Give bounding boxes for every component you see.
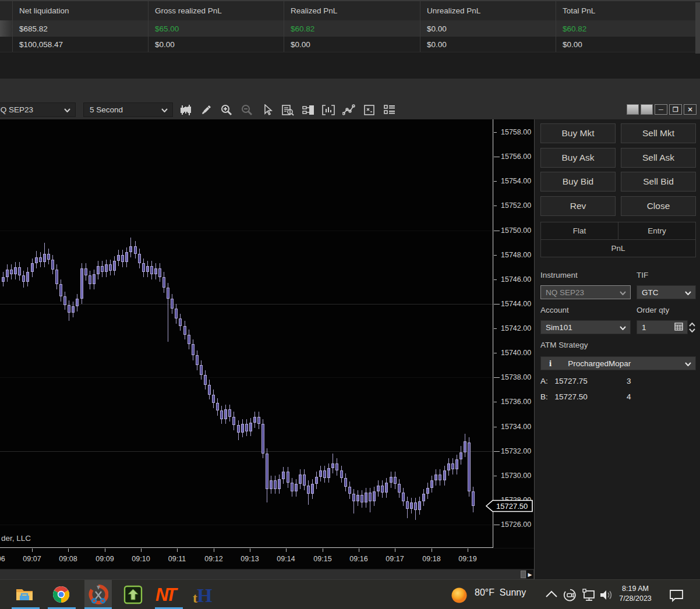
candle <box>208 385 211 395</box>
candle <box>406 501 409 509</box>
trading-h-app-icon[interactable]: H t <box>192 583 218 607</box>
buy-bid-button[interactable]: Buy Bid <box>540 172 616 192</box>
price-tick-label: 15752.00 <box>501 201 531 210</box>
sell-mkt-button[interactable]: Sell Mkt <box>621 123 696 143</box>
col-gross-realized-pnl[interactable]: Gross realized PnL <box>149 1 284 20</box>
candle <box>89 275 91 284</box>
meet-now-camera-icon[interactable] <box>563 588 577 602</box>
chevron-down-icon <box>685 288 691 297</box>
instrument-selector[interactable]: NQ SEP23 <box>0 102 76 117</box>
cursor-pointer-icon[interactable] <box>261 104 274 116</box>
indicators-icon[interactable] <box>322 104 335 116</box>
table-row[interactable]: $100,058.47 $0.00 $0.00 $0.00 $0.00 <box>0 37 700 52</box>
table-row[interactable]: $685.82 $65.00 $60.82 $0.00 $60.82 <box>0 20 700 37</box>
tab-entry[interactable]: Entry <box>618 222 696 240</box>
drawing-pencil-icon[interactable] <box>200 104 213 116</box>
scrollbar-right-arrow[interactable]: ▶ <box>526 570 533 579</box>
row-selector[interactable] <box>0 20 13 37</box>
price-tick <box>494 402 497 402</box>
strategy-analyzer-icon[interactable] <box>363 104 376 116</box>
table-vertical-scrollbar[interactable] <box>695 2 700 54</box>
qty-spinner[interactable] <box>689 320 697 334</box>
candle <box>274 480 277 489</box>
atm-strategy-dropdown[interactable]: i ProchargedMopar <box>540 356 696 370</box>
close-position-button[interactable]: Close <box>621 196 696 216</box>
screen-capture-app-icon[interactable] <box>123 585 143 604</box>
reverse-button[interactable]: Rev <box>540 196 616 216</box>
ninjatrader-icon[interactable]: NT <box>155 584 184 605</box>
col-unrealized-pnl[interactable]: Unrealized PnL <box>420 1 556 20</box>
chrome-icon[interactable] <box>51 585 71 604</box>
weather-sun-icon[interactable] <box>451 587 467 603</box>
draw-line-icon[interactable] <box>342 104 355 116</box>
price-tick <box>494 328 497 329</box>
minimize-button[interactable]: ─ <box>655 104 667 115</box>
col-net-liquidation[interactable]: Net liquidation <box>13 1 149 20</box>
price-tick <box>494 157 500 157</box>
row-selector[interactable] <box>0 37 13 52</box>
interval-selector[interactable]: 5 Second <box>83 102 173 117</box>
chart-style-candles-icon[interactable] <box>179 104 192 116</box>
col-realized-pnl[interactable]: Realized PnL <box>284 1 420 20</box>
tab-pnl[interactable]: PnL <box>540 239 696 257</box>
tab-flat[interactable]: Flat <box>540 222 618 240</box>
spinner-down-icon[interactable] <box>689 328 695 332</box>
candle <box>68 305 70 313</box>
time-tick <box>32 548 33 552</box>
spinner-up-icon[interactable] <box>689 323 695 327</box>
tray-chevron-up-icon[interactable] <box>545 590 558 598</box>
price-tick <box>494 377 500 378</box>
candle <box>121 255 124 263</box>
candle <box>18 267 21 276</box>
network-icon[interactable] <box>582 588 597 602</box>
zoom-in-icon[interactable] <box>220 104 233 116</box>
time-tick-label: 09:17 <box>382 555 408 563</box>
candlestick-chart-plot[interactable]: der, LLC <box>0 119 493 548</box>
time-axis[interactable]: 09:0609:0709:0809:0909:1009:1109:1209:13… <box>0 548 534 569</box>
candle <box>327 468 330 478</box>
chart-horizontal-scrollbar[interactable]: ▶ <box>0 569 534 579</box>
properties-list-icon[interactable] <box>383 104 396 116</box>
restore-button[interactable]: ❐ <box>669 104 682 115</box>
candle <box>31 263 34 272</box>
chart-trader-panel-icon[interactable] <box>302 104 314 116</box>
price-tick <box>494 476 497 476</box>
account-dropdown[interactable]: Sim101 <box>540 320 631 334</box>
buy-mkt-button[interactable]: Buy Mkt <box>540 123 616 143</box>
clock[interactable]: 8:19 AM 7/28/2023 <box>613 584 657 604</box>
cell-total-pnl: $0.00 <box>556 37 700 52</box>
snipping-tool-icon[interactable] <box>89 585 108 604</box>
instrument-dropdown[interactable]: NQ SEP23 <box>540 285 631 299</box>
tif-label: TIF <box>637 271 648 279</box>
buy-ask-button[interactable]: Buy Ask <box>540 148 616 168</box>
account-summary-window: Net liquidation Gross realized PnL Reali… <box>0 0 700 79</box>
data-box-icon[interactable] <box>281 104 294 116</box>
candle <box>344 478 347 487</box>
weather-condition: Sunny <box>500 587 526 597</box>
action-center-icon[interactable] <box>669 588 685 602</box>
windows-taskbar: NT H t 80°F Sunny <box>0 579 700 609</box>
scrollbar-grip[interactable] <box>521 571 526 578</box>
close-button[interactable]: ✕ <box>684 104 697 115</box>
info-icon[interactable]: i <box>549 359 551 369</box>
panel-button-1[interactable] <box>627 104 639 115</box>
candle <box>282 472 285 479</box>
sell-bid-button[interactable]: Sell Bid <box>621 172 696 192</box>
calculator-icon[interactable] <box>674 323 683 332</box>
candle <box>331 463 334 468</box>
price-tick-label: 15732.00 <box>501 447 531 455</box>
price-axis[interactable]: 15727.50 15758.0015756.0015754.0015752.0… <box>494 119 534 548</box>
sell-ask-button[interactable]: Sell Ask <box>621 148 696 168</box>
price-tick-label: 15726.00 <box>501 521 531 529</box>
price-tick-label: 15758.00 <box>501 128 531 136</box>
col-total-pnl[interactable]: Total PnL <box>556 1 700 20</box>
tif-dropdown[interactable]: GTC <box>637 285 696 299</box>
weather-text[interactable]: 80°F Sunny <box>475 587 526 598</box>
volume-icon[interactable] <box>599 588 614 602</box>
order-qty-input[interactable]: 1 <box>637 320 688 334</box>
zoom-out-icon[interactable] <box>241 104 253 116</box>
file-explorer-icon[interactable] <box>15 586 35 603</box>
bid-size: 4 <box>627 392 631 401</box>
candle <box>167 288 169 299</box>
panel-button-2[interactable] <box>641 104 653 115</box>
